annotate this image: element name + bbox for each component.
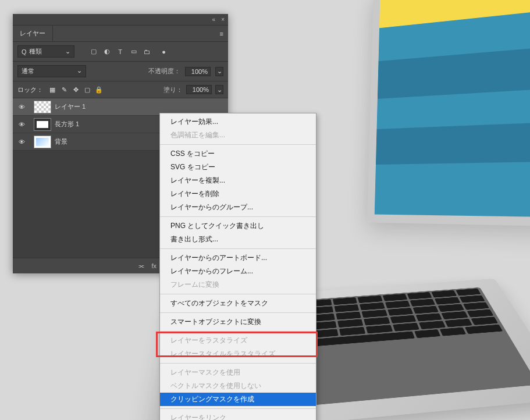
- layer-thumb[interactable]: [34, 136, 51, 148]
- menu-item: ベクトルマスクを使用しない: [160, 379, 316, 393]
- blend-mode-value: 通常: [22, 67, 34, 76]
- eye-icon: 👁: [19, 138, 25, 145]
- layer-context-menu: レイヤー効果...色調補正を編集...CSS をコピーSVG をコピーレイヤーを…: [159, 113, 316, 420]
- menu-item: レイヤーをリンク: [160, 411, 316, 420]
- menu-item[interactable]: CSS をコピー: [160, 147, 316, 161]
- menu-item[interactable]: レイヤーからのフレーム...: [160, 265, 316, 278]
- filter-row: Q 種類 ⌄ ▢ ◐ T ▭ 🗀 ●: [13, 42, 228, 62]
- panel-menu-icon[interactable]: ≡: [215, 30, 228, 37]
- menu-item: フレームに変換: [160, 278, 316, 291]
- menu-item[interactable]: レイヤーを削除: [160, 187, 316, 201]
- close-icon[interactable]: ×: [221, 16, 225, 23]
- menu-item[interactable]: PNG としてクイック書き出し: [160, 219, 316, 233]
- menu-separator: [160, 363, 316, 364]
- menu-item: レイヤースタイルをラスタライズ: [160, 347, 316, 361]
- menu-item[interactable]: レイヤーからのアートボード...: [160, 251, 316, 265]
- opacity-dropdown[interactable]: ⌄: [215, 67, 223, 76]
- layer-thumb[interactable]: [34, 101, 51, 113]
- search-icon: Q: [22, 48, 27, 55]
- filter-icons: ▢ ◐ T ▭ 🗀 ●: [90, 48, 168, 55]
- menu-separator: [160, 312, 316, 313]
- filter-text-icon[interactable]: T: [116, 48, 124, 55]
- eye-icon: 👁: [19, 121, 25, 128]
- lock-transparency-icon[interactable]: ▦: [49, 86, 56, 93]
- filter-toggle-dot[interactable]: ●: [160, 48, 168, 55]
- filter-smart-icon[interactable]: 🗀: [143, 48, 151, 55]
- collapse-icon[interactable]: «: [212, 16, 216, 23]
- mockup-screen: [367, 0, 530, 226]
- fill-input[interactable]: 100%: [186, 85, 212, 94]
- chevron-down-icon: ⌄: [65, 48, 70, 55]
- panel-topstrip: « ×: [13, 14, 228, 26]
- filter-shape-icon[interactable]: ▭: [130, 48, 137, 55]
- menu-separator: [160, 294, 316, 294]
- menu-item[interactable]: レイヤー効果...: [160, 115, 316, 129]
- lock-all-icon[interactable]: 🔒: [95, 86, 102, 93]
- menu-separator: [160, 144, 316, 145]
- menu-item: 色調補正を編集...: [160, 129, 316, 142]
- menu-separator: [160, 331, 316, 332]
- lock-paint-icon[interactable]: ✎: [61, 86, 67, 93]
- opacity-input[interactable]: 100%: [185, 67, 211, 76]
- tab-layers[interactable]: レイヤー: [13, 26, 53, 41]
- fill-label: 塗り：: [163, 86, 183, 94]
- panel-tabbar: レイヤー ≡: [13, 26, 228, 42]
- layer-thumb[interactable]: [34, 118, 51, 131]
- lock-row: ロック： ▦ ✎ ✥ ▢ 🔒 塗り： 100% ⌄: [13, 81, 228, 98]
- menu-item: レイヤーマスクを使用: [160, 366, 316, 379]
- filter-pixel-icon[interactable]: ▢: [90, 48, 97, 55]
- menu-item[interactable]: スマートオブジェクトに変換: [160, 315, 316, 329]
- visibility-toggle[interactable]: 👁: [13, 121, 30, 128]
- filter-adjust-icon[interactable]: ◐: [103, 48, 111, 55]
- fill-dropdown[interactable]: ⌄: [215, 85, 223, 94]
- lock-label: ロック：: [17, 86, 43, 94]
- chevron-down-icon: ⌄: [77, 67, 82, 76]
- menu-item: レイヤーをラスタライズ: [160, 334, 316, 347]
- link-layers-icon[interactable]: ⫘: [138, 262, 144, 269]
- menu-item[interactable]: 書き出し形式...: [160, 233, 316, 246]
- menu-item[interactable]: レイヤーを複製...: [160, 174, 316, 187]
- layer-name[interactable]: レイヤー 1: [55, 102, 228, 111]
- menu-item[interactable]: クリッピングマスクを作成: [160, 393, 316, 406]
- lock-position-icon[interactable]: ✥: [72, 86, 79, 93]
- menu-separator: [160, 216, 316, 217]
- lock-artboard-icon[interactable]: ▢: [84, 86, 91, 93]
- opacity-label: 不透明度：: [148, 67, 180, 76]
- visibility-toggle[interactable]: 👁: [13, 138, 30, 145]
- blend-row: 通常 ⌄ 不透明度： 100% ⌄: [13, 62, 228, 81]
- menu-item[interactable]: レイヤーからのグループ...: [160, 201, 316, 214]
- blend-mode-select[interactable]: 通常 ⌄: [17, 65, 86, 77]
- menu-separator: [160, 408, 316, 409]
- eye-icon: 👁: [19, 104, 25, 111]
- kind-filter-select[interactable]: Q 種類 ⌄: [17, 45, 74, 58]
- fx-icon[interactable]: fx: [151, 262, 156, 269]
- menu-separator: [160, 248, 316, 249]
- menu-item[interactable]: SVG をコピー: [160, 161, 316, 174]
- kind-label: 種類: [29, 47, 42, 56]
- menu-item[interactable]: すべてのオブジェクトをマスク: [160, 297, 316, 310]
- visibility-toggle[interactable]: 👁: [13, 104, 30, 111]
